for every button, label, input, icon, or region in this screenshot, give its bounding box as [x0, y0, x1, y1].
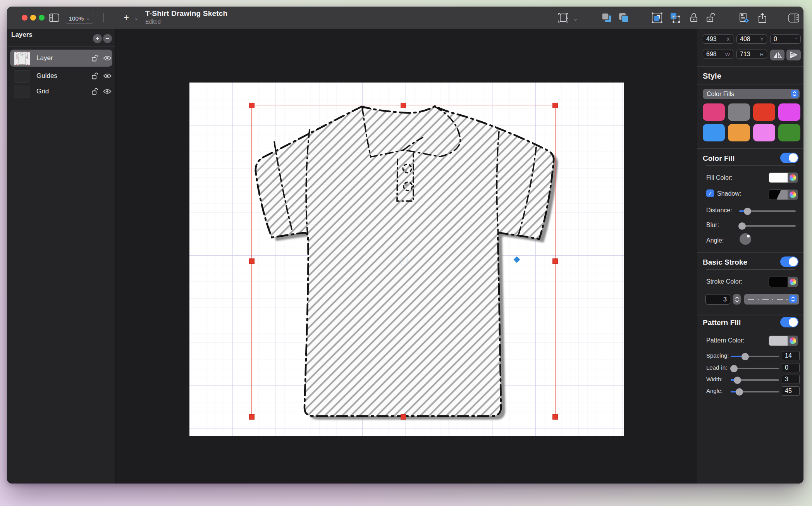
- color-swatch[interactable]: [753, 103, 775, 121]
- flip-horizontal-button[interactable]: [770, 50, 784, 60]
- stroke-width-stepper[interactable]: [733, 294, 741, 305]
- group-objects-icon[interactable]: [650, 12, 664, 24]
- close-window-button[interactable]: [22, 15, 28, 21]
- fill-color-well[interactable]: [769, 172, 798, 183]
- selection-handle-top-right[interactable]: [552, 103, 558, 108]
- unlock-icon[interactable]: [705, 12, 717, 24]
- export-settings-icon[interactable]: [737, 12, 751, 24]
- stroke-width-field[interactable]: 3: [705, 294, 730, 305]
- basic-stroke-toggle[interactable]: [780, 256, 798, 267]
- add-shape-chevron-icon[interactable]: ⌄: [134, 15, 138, 21]
- toggle-sidebar-icon[interactable]: [48, 12, 60, 24]
- pattern-color-well[interactable]: [769, 336, 798, 346]
- color-picker-icon[interactable]: [788, 277, 798, 287]
- lock-icon[interactable]: [688, 12, 699, 24]
- shadow-checkbox[interactable]: ✓: [706, 189, 714, 197]
- y-position-field[interactable]: 408 Y: [736, 34, 767, 44]
- layer-name: Grid: [36, 88, 49, 95]
- stroke-color-well[interactable]: [769, 277, 798, 287]
- pattern-width-value-field[interactable]: 3: [782, 375, 800, 384]
- color-swatch[interactable]: [728, 103, 750, 121]
- color-picker-icon[interactable]: [788, 336, 798, 346]
- color-swatch[interactable]: [728, 124, 750, 141]
- desktop: 100% ⌄ + ⌄ T-Shirt Drawing Sketch Edited…: [0, 0, 812, 506]
- layer-row-guides[interactable]: Guides: [10, 69, 112, 83]
- zoom-window-button[interactable]: [39, 15, 45, 21]
- spacing-value-field[interactable]: 14: [782, 351, 800, 360]
- shadow-angle-dial[interactable]: [740, 233, 751, 245]
- selection-handle-bottom-left[interactable]: [249, 414, 255, 420]
- blur-slider-knob[interactable]: [738, 222, 746, 230]
- titlebar: 100% ⌄ + ⌄ T-Shirt Drawing Sketch Edited…: [7, 7, 803, 29]
- visibility-eye-icon[interactable]: [103, 73, 112, 79]
- layer-row-layer[interactable]: Layer: [10, 50, 112, 67]
- shadow-distance-row: Distance:: [697, 205, 803, 217]
- spacing-value: 14: [785, 352, 792, 359]
- flip-vertical-button[interactable]: [786, 50, 801, 60]
- width-field[interactable]: 698 W: [703, 50, 733, 59]
- visibility-eye-icon[interactable]: [103, 55, 112, 61]
- layer-name: Layer: [36, 54, 53, 62]
- pattern-fill-toggle[interactable]: [780, 317, 798, 327]
- color-picker-icon[interactable]: [788, 190, 798, 200]
- color-swatch[interactable]: [778, 124, 800, 141]
- artboard-chevron-icon[interactable]: ⌄: [573, 16, 578, 22]
- blur-slider[interactable]: [739, 225, 796, 227]
- pattern-color-swatch: [769, 336, 788, 346]
- selection-handle-bottom-mid[interactable]: [401, 414, 406, 420]
- height-field[interactable]: 713 H: [736, 50, 767, 59]
- add-layer-button[interactable]: +: [93, 34, 102, 43]
- unlock-icon[interactable]: [91, 54, 98, 62]
- layer-row-grid[interactable]: Grid: [10, 84, 112, 98]
- spacing-slider-knob[interactable]: [741, 353, 749, 360]
- bring-forward-icon[interactable]: [617, 12, 631, 24]
- leadin-label: Lead-in:: [706, 364, 727, 371]
- leadin-slider[interactable]: [731, 368, 779, 369]
- toggle-inspector-icon[interactable]: [788, 12, 800, 24]
- y-suffix: Y: [760, 36, 764, 42]
- pattern-angle-value-field[interactable]: 45: [782, 386, 800, 396]
- color-picker-icon[interactable]: [788, 173, 798, 182]
- stroke-color-swatch: [769, 277, 788, 287]
- add-shape-button[interactable]: +: [121, 12, 131, 23]
- color-swatch[interactable]: [703, 124, 725, 141]
- color-swatch[interactable]: [778, 103, 800, 121]
- zoom-level-control[interactable]: 100% ⌄: [65, 13, 94, 24]
- ungroup-objects-icon[interactable]: [668, 12, 682, 24]
- spacing-slider[interactable]: [731, 356, 779, 357]
- style-preset-dropdown[interactable]: Color Fills: [703, 89, 800, 99]
- shadow-blur-row: Blur:: [697, 220, 803, 231]
- share-icon[interactable]: [757, 12, 768, 24]
- artboard-template-button[interactable]: [556, 12, 571, 24]
- shadow-label: Shadow:: [717, 190, 741, 197]
- selection-handle-bottom-right[interactable]: [552, 414, 558, 420]
- divider: [706, 330, 795, 330]
- color-fill-toggle[interactable]: [780, 153, 798, 163]
- leadin-slider-knob[interactable]: [730, 365, 738, 372]
- pattern-leadin-row: Lead-in: 0: [697, 362, 803, 374]
- selection-handle-top-mid[interactable]: [401, 103, 406, 108]
- selection-handle-mid-left[interactable]: [249, 258, 255, 264]
- unlock-icon[interactable]: [91, 72, 98, 80]
- selection-handle-mid-right[interactable]: [552, 258, 558, 264]
- minimize-window-button[interactable]: [30, 15, 36, 21]
- canvas-region[interactable]: [116, 29, 697, 484]
- unlock-icon[interactable]: [91, 88, 98, 96]
- pattern-angle-slider-knob[interactable]: [736, 388, 743, 396]
- pattern-width-slider-knob[interactable]: [734, 377, 741, 384]
- color-swatch[interactable]: [703, 103, 725, 121]
- rotation-field[interactable]: 0 °: [770, 34, 801, 44]
- shadow-color-well[interactable]: [769, 189, 798, 200]
- color-swatch[interactable]: [753, 124, 775, 141]
- leadin-value-field[interactable]: 0: [782, 363, 800, 372]
- send-backward-icon[interactable]: [600, 12, 614, 24]
- distance-slider-knob[interactable]: [744, 208, 751, 215]
- dropdown-updown-chevrons-icon[interactable]: [791, 90, 798, 98]
- pattern-angle-label: Angle:: [706, 387, 723, 394]
- x-position-field[interactable]: 493 X: [703, 34, 733, 44]
- visibility-eye-icon[interactable]: [103, 89, 112, 95]
- pattern-fill-heading: Pattern Fill: [703, 318, 741, 327]
- remove-layer-button[interactable]: −: [103, 34, 112, 43]
- selection-handle-top-left[interactable]: [249, 103, 255, 108]
- dropdown-updown-chevrons-icon[interactable]: [789, 295, 797, 303]
